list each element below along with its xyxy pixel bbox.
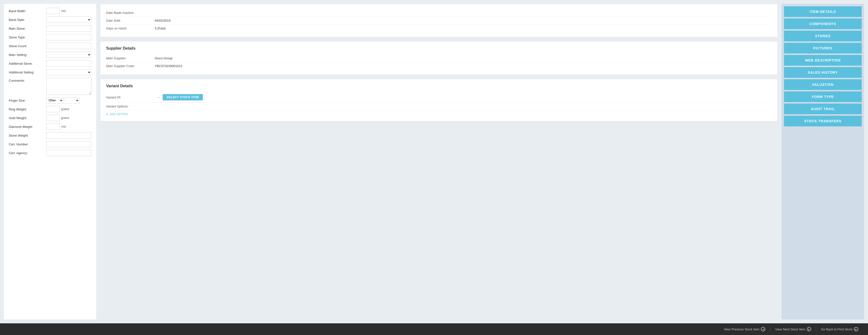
additional-setting-select[interactable] xyxy=(46,69,91,75)
view-previous-icon: ◄ xyxy=(761,327,765,331)
band-width-unit: mm xyxy=(61,9,66,12)
additional-stone-input[interactable] xyxy=(46,60,91,66)
variant-options-row: Variant Options: xyxy=(106,103,772,110)
add-option-text: ADD OPTION xyxy=(110,113,128,116)
stone-count-input[interactable] xyxy=(46,43,91,49)
stone-type-label: Stone Type: xyxy=(9,35,46,39)
select-stock-item-button[interactable]: SELECT STOCK ITEM xyxy=(163,94,203,101)
main-supplier-label: Main Supplier: xyxy=(106,56,155,60)
view-previous-stock-label: View Previous Stock Item xyxy=(724,328,760,331)
additional-stone-row: Additional Stone: xyxy=(9,60,91,66)
sidebar-btn-stock-transfers[interactable]: STOCK TRANSFERS xyxy=(784,116,862,127)
middle-panel: Date Made Inactive: Date Sold: 04/02/201… xyxy=(100,4,778,319)
variant-card: Variant Details Variant Of: — SELECT STO… xyxy=(100,79,778,121)
diamond-weight-row: Diamond Weight: crts xyxy=(9,123,91,130)
stone-type-row: Stone Type: xyxy=(9,34,91,40)
sidebar-btn-item-details[interactable]: ITEM DETAILS xyxy=(784,6,862,17)
additional-setting-row: Additional Setting: xyxy=(9,69,91,75)
diamond-weight-input[interactable] xyxy=(46,123,60,130)
variant-of-label: Variant Of: xyxy=(106,95,155,99)
cert-agency-input[interactable] xyxy=(46,150,91,156)
cert-number-row: Cert. Number: xyxy=(9,141,91,147)
ring-weight-row: Ring Weight: grams xyxy=(9,106,91,112)
left-panel: Band Width: mm Band Style: Main Stone: S… xyxy=(4,4,96,319)
variant-of-row: Variant Of: — SELECT STOCK ITEM xyxy=(106,92,772,103)
diamond-weight-label: Diamond Weight: xyxy=(9,125,46,129)
main-stone-input[interactable] xyxy=(46,25,91,32)
right-sidebar: ITEM DETAILS COMPONENTS STONES PICTURES … xyxy=(781,4,864,319)
view-next-icon: ► xyxy=(807,327,811,331)
days-on-hand-label: Days on Hand: xyxy=(106,27,155,30)
gold-weight-unit: grams xyxy=(61,116,69,120)
stone-type-input[interactable] xyxy=(46,34,91,40)
supplier-code-value: YBC073230001013 xyxy=(155,64,772,68)
date-sold-value: 04/02/2019 xyxy=(155,19,772,22)
days-on-hand-row: Days on Hand: 3 (Fast) xyxy=(106,25,772,32)
band-style-select[interactable] xyxy=(46,17,91,23)
gold-weight-row: Gold Weight: grams xyxy=(9,115,91,121)
comments-textarea[interactable] xyxy=(46,78,91,95)
stone-weight-row: Stone Weight: xyxy=(9,132,91,139)
variant-options-label: Variant Options: xyxy=(106,105,155,108)
sidebar-btn-audit-trail[interactable]: AUDIT TRAIL xyxy=(784,104,862,114)
sidebar-btn-web-description[interactable]: WEB DESCRIPTION xyxy=(784,55,862,66)
date-sold-label: Date Sold: xyxy=(106,19,155,22)
gold-weight-input[interactable] xyxy=(46,115,60,121)
comments-label: Comments: xyxy=(9,78,46,82)
view-next-stock-label: View Next Stock Item xyxy=(775,328,805,331)
finger-size-label: Finger Size: xyxy=(9,99,46,102)
supplier-card: Supplier Details Main Supplier: Gucci Gr… xyxy=(100,41,778,75)
supplier-card-title: Supplier Details xyxy=(106,46,772,51)
date-inactive-label: Date Made Inactive: xyxy=(106,11,155,15)
cert-number-input[interactable] xyxy=(46,141,91,147)
finger-size-row: Finger Size: Other xyxy=(9,97,91,104)
additional-stone-label: Additional Stone: xyxy=(9,62,46,65)
add-option-icon: + xyxy=(106,112,108,116)
cert-number-label: Cert. Number: xyxy=(9,142,46,146)
additional-setting-label: Additional Setting: xyxy=(9,71,46,74)
main-stone-label: Main Stone: xyxy=(9,27,46,30)
main-supplier-value: Gucci Group xyxy=(155,56,772,60)
ring-weight-unit: grams xyxy=(61,108,69,111)
cert-agency-label: Cert. Agency: xyxy=(9,151,46,155)
stone-weight-input[interactable] xyxy=(46,132,91,139)
footer-bar: View Previous Stock Item ◄ View Next Sto… xyxy=(0,323,868,335)
diamond-weight-unit: crts xyxy=(61,125,66,128)
main-setting-label: Main Setting: xyxy=(9,53,46,57)
finger-size-value-select[interactable] xyxy=(65,97,80,104)
main-supplier-row: Main Supplier: Gucci Group xyxy=(106,54,772,62)
gold-weight-label: Gold Weight: xyxy=(9,116,46,120)
band-width-input[interactable] xyxy=(46,8,60,14)
stone-count-label: Stone Count: xyxy=(9,44,46,48)
variant-of-dash: — xyxy=(157,95,160,99)
go-back-find-stock-button[interactable]: Go Back to Find Stock ► xyxy=(816,323,863,335)
add-option-button[interactable]: + ADD OPTION xyxy=(106,110,772,116)
sidebar-btn-form-type[interactable]: FORM TYPE xyxy=(784,91,862,102)
view-previous-stock-button[interactable]: View Previous Stock Item ◄ xyxy=(719,323,770,335)
go-back-find-stock-label: Go Back to Find Stock xyxy=(821,328,852,331)
go-back-icon: ► xyxy=(854,327,858,331)
cert-agency-row: Cert. Agency: xyxy=(9,150,91,156)
main-setting-select[interactable] xyxy=(46,52,91,58)
ring-weight-label: Ring Weight: xyxy=(9,108,46,111)
date-sold-row: Date Sold: 04/02/2019 xyxy=(106,17,772,25)
main-stone-row: Main Stone: xyxy=(9,25,91,32)
sidebar-btn-sales-history[interactable]: SALES HISTORY xyxy=(784,67,862,78)
dates-card: Date Made Inactive: Date Sold: 04/02/201… xyxy=(100,4,778,37)
supplier-code-label: Main Supplier Code: xyxy=(106,64,155,68)
band-style-label: Band Style: xyxy=(9,18,46,22)
band-width-label: Band Width: xyxy=(9,9,46,13)
finger-size-type-select[interactable]: Other xyxy=(46,97,63,104)
sidebar-btn-pictures[interactable]: PICTURES xyxy=(784,43,862,54)
sidebar-btn-valuation[interactable]: VALUATION xyxy=(784,79,862,90)
ring-weight-input[interactable] xyxy=(46,106,60,112)
view-next-stock-button[interactable]: View Next Stock Item ► xyxy=(770,323,816,335)
supplier-code-row: Main Supplier Code: YBC073230001013 xyxy=(106,62,772,70)
sidebar-btn-components[interactable]: COMPONENTS xyxy=(784,19,862,29)
band-style-row: Band Style: xyxy=(9,17,91,23)
variant-card-title: Variant Details xyxy=(106,84,772,88)
band-width-row: Band Width: mm xyxy=(9,8,91,14)
comments-row: Comments: xyxy=(9,78,91,95)
days-on-hand-value: 3 (Fast) xyxy=(155,27,772,30)
sidebar-btn-stones[interactable]: STONES xyxy=(784,31,862,41)
